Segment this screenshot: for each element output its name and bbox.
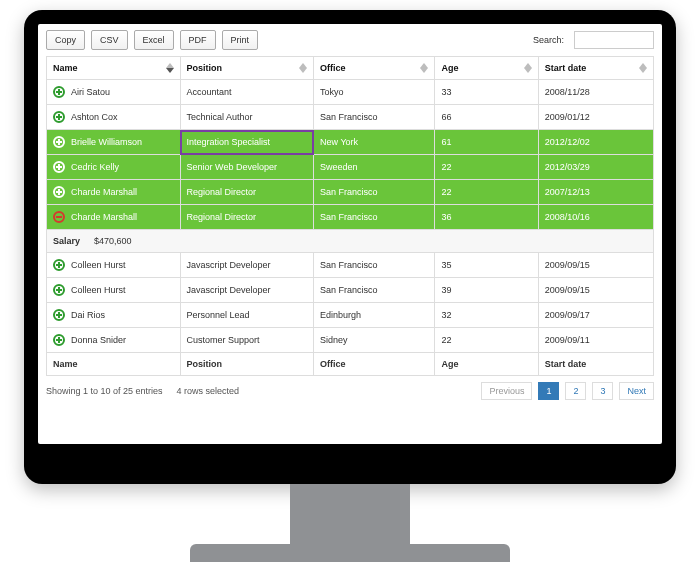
sort-icon <box>299 63 307 73</box>
row-name: Cedric Kelly <box>71 162 119 172</box>
row-name: Airi Satou <box>71 87 110 97</box>
row-name: Charde Marshall <box>71 187 137 197</box>
cell-position: Regional Director <box>180 180 314 205</box>
cell-age: 36 <box>435 205 538 230</box>
cell-age: 61 <box>435 130 538 155</box>
expand-icon[interactable] <box>53 86 65 98</box>
cell-age: 22 <box>435 155 538 180</box>
cell-age: 22 <box>435 328 538 353</box>
excel-button[interactable]: Excel <box>134 30 174 50</box>
cell-start-date: 2009/09/15 <box>538 278 653 303</box>
table-row[interactable]: Brielle WilliamsonIntegration Specialist… <box>47 130 654 155</box>
cell-office: Tokyo <box>314 80 435 105</box>
cell-office: Sidney <box>314 328 435 353</box>
sort-icon <box>524 63 532 73</box>
col-header-age[interactable]: Age <box>435 57 538 80</box>
cell-name: Colleen Hurst <box>47 253 181 278</box>
table-row[interactable]: Ashton CoxTechnical AuthorSan Francisco6… <box>47 105 654 130</box>
cell-age: 22 <box>435 180 538 205</box>
page-next[interactable]: Next <box>619 382 654 400</box>
cell-office: Sweeden <box>314 155 435 180</box>
cell-office: New York <box>314 130 435 155</box>
table-row[interactable]: Charde MarshallRegional DirectorSan Fran… <box>47 205 654 230</box>
cell-name: Charde Marshall <box>47 180 181 205</box>
cell-start-date: 2012/12/02 <box>538 130 653 155</box>
col-header-position[interactable]: Position <box>180 57 314 80</box>
monitor-frame: Copy CSV Excel PDF Print Search: <box>24 10 676 484</box>
cell-start-date: 2008/10/16 <box>538 205 653 230</box>
row-name: Charde Marshall <box>71 212 137 222</box>
cell-age: 33 <box>435 80 538 105</box>
cell-name: Brielle Williamson <box>47 130 181 155</box>
expand-icon[interactable] <box>53 161 65 173</box>
print-button[interactable]: Print <box>222 30 259 50</box>
cell-start-date: 2009/09/11 <box>538 328 653 353</box>
sort-icon <box>420 63 428 73</box>
cell-office: Edinburgh <box>314 303 435 328</box>
search-label: Search: <box>533 35 564 45</box>
row-name: Donna Snider <box>71 335 126 345</box>
row-name: Colleen Hurst <box>71 285 126 295</box>
copy-button[interactable]: Copy <box>46 30 85 50</box>
table-row[interactable]: Cedric KellySenior Web DeveloperSweeden2… <box>47 155 654 180</box>
col-header-name[interactable]: Name <box>47 57 181 80</box>
table-row[interactable]: Dai RiosPersonnel LeadEdinburgh322009/09… <box>47 303 654 328</box>
expand-icon[interactable] <box>53 136 65 148</box>
expand-icon[interactable] <box>53 284 65 296</box>
monitor-neck <box>290 484 410 546</box>
cell-position: Accountant <box>180 80 314 105</box>
app-screen: Copy CSV Excel PDF Print Search: <box>38 24 662 444</box>
sort-icon <box>639 63 647 73</box>
export-toolbar: Copy CSV Excel PDF Print Search: <box>46 30 654 50</box>
detail-row: Salary$470,600 <box>47 230 654 253</box>
expand-icon[interactable] <box>53 334 65 346</box>
row-name: Ashton Cox <box>71 112 118 122</box>
collapse-icon[interactable] <box>53 211 65 223</box>
cell-age: 39 <box>435 278 538 303</box>
col-footer-start-date: Start date <box>538 353 653 376</box>
table-row[interactable]: Colleen HurstJavascript DeveloperSan Fra… <box>47 253 654 278</box>
csv-button[interactable]: CSV <box>91 30 128 50</box>
table-selected-info: 4 rows selected <box>177 386 240 396</box>
cell-office: San Francisco <box>314 180 435 205</box>
cell-name: Charde Marshall <box>47 205 181 230</box>
expand-icon[interactable] <box>53 186 65 198</box>
data-table: Name Position Office Age Start date Airi… <box>46 56 654 376</box>
table-row[interactable]: Charde MarshallRegional DirectorSan Fran… <box>47 180 654 205</box>
col-footer-age: Age <box>435 353 538 376</box>
cell-start-date: 2007/12/13 <box>538 180 653 205</box>
table-row[interactable]: Colleen HurstJavascript DeveloperSan Fra… <box>47 278 654 303</box>
page-number-1[interactable]: 1 <box>538 382 559 400</box>
page-number-2[interactable]: 2 <box>565 382 586 400</box>
cell-office: San Francisco <box>314 278 435 303</box>
expand-icon[interactable] <box>53 259 65 271</box>
pdf-button[interactable]: PDF <box>180 30 216 50</box>
page-number-3[interactable]: 3 <box>592 382 613 400</box>
cell-age: 66 <box>435 105 538 130</box>
cell-position: Technical Author <box>180 105 314 130</box>
sort-icon <box>166 63 174 73</box>
table-row[interactable]: Donna SniderCustomer SupportSidney222009… <box>47 328 654 353</box>
cell-name: Ashton Cox <box>47 105 181 130</box>
col-footer-office: Office <box>314 353 435 376</box>
cell-position: Integration Specialist <box>180 130 314 155</box>
cell-position: Customer Support <box>180 328 314 353</box>
expand-icon[interactable] <box>53 111 65 123</box>
svg-marker-7 <box>524 68 532 73</box>
col-header-office[interactable]: Office <box>314 57 435 80</box>
cell-office: San Francisco <box>314 105 435 130</box>
cell-name: Dai Rios <box>47 303 181 328</box>
table-info: Showing 1 to 10 of 25 entries <box>46 386 163 396</box>
monitor-base <box>190 544 510 562</box>
cell-name: Airi Satou <box>47 80 181 105</box>
cell-start-date: 2012/03/29 <box>538 155 653 180</box>
col-header-start-date[interactable]: Start date <box>538 57 653 80</box>
table-row[interactable]: Airi SatouAccountantTokyo332008/11/28 <box>47 80 654 105</box>
cell-name: Cedric Kelly <box>47 155 181 180</box>
page-prev[interactable]: Previous <box>481 382 532 400</box>
row-name: Colleen Hurst <box>71 260 126 270</box>
search-input[interactable] <box>574 31 654 49</box>
cell-age: 35 <box>435 253 538 278</box>
expand-icon[interactable] <box>53 309 65 321</box>
svg-marker-9 <box>639 68 647 73</box>
